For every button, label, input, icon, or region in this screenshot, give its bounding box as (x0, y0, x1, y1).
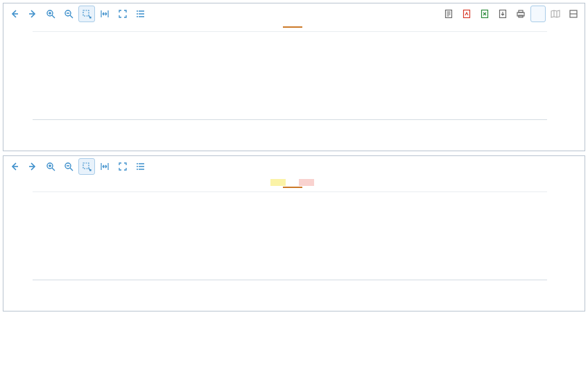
print-button[interactable] (512, 6, 529, 22)
legend-line-icon (283, 187, 302, 188)
map-button[interactable] (547, 6, 564, 22)
back-button[interactable] (6, 158, 23, 175)
fit-all-button[interactable] (114, 6, 131, 22)
fit-width-button[interactable] (96, 158, 113, 175)
svg-rect-7 (464, 10, 470, 18)
back-button[interactable] (6, 6, 23, 22)
toolbar-1 (3, 3, 585, 24)
svg-rect-2 (83, 10, 89, 16)
svg-rect-16 (83, 163, 89, 169)
svg-rect-6 (446, 10, 452, 18)
svg-rect-11 (519, 10, 523, 12)
chart-panel-1 (3, 3, 585, 151)
forward-button[interactable] (24, 158, 41, 175)
legend-2b (8, 187, 580, 188)
svg-point-19 (137, 169, 138, 170)
list-button[interactable] (132, 6, 149, 22)
export-text-button[interactable] (440, 6, 457, 22)
svg-point-4 (137, 13, 138, 15)
legend-box-icon (299, 179, 314, 186)
list-button[interactable] (132, 158, 149, 175)
plot-area-1[interactable] (33, 31, 547, 120)
chart-panel-2 (3, 155, 585, 311)
chart-2 (3, 177, 585, 311)
zoom-in-button[interactable] (42, 158, 59, 175)
select-area-button[interactable] (78, 158, 95, 175)
legend-line-icon (283, 26, 302, 28)
plot-area-2[interactable] (33, 191, 547, 280)
legend-box-icon (270, 179, 286, 186)
export-excel-button[interactable] (476, 6, 493, 22)
select-area-button[interactable] (78, 6, 95, 22)
layout-button[interactable] (565, 6, 582, 22)
forward-button[interactable] (24, 6, 41, 22)
export-pdf-button[interactable] (458, 6, 475, 22)
svg-point-5 (137, 16, 138, 17)
svg-point-3 (137, 10, 138, 12)
zoom-out-button[interactable] (60, 6, 77, 22)
fit-width-button[interactable] (96, 6, 113, 22)
clear-button[interactable] (530, 6, 546, 22)
fit-all-button[interactable] (114, 158, 131, 175)
svg-point-17 (137, 163, 138, 164)
svg-point-18 (137, 166, 138, 167)
zoom-in-button[interactable] (42, 6, 59, 22)
chart-1 (3, 24, 585, 151)
legend-1 (8, 26, 580, 28)
legend-2 (8, 179, 580, 186)
toolbar-2 (3, 156, 585, 177)
export-file-button[interactable] (494, 6, 511, 22)
zoom-out-button[interactable] (60, 158, 77, 175)
